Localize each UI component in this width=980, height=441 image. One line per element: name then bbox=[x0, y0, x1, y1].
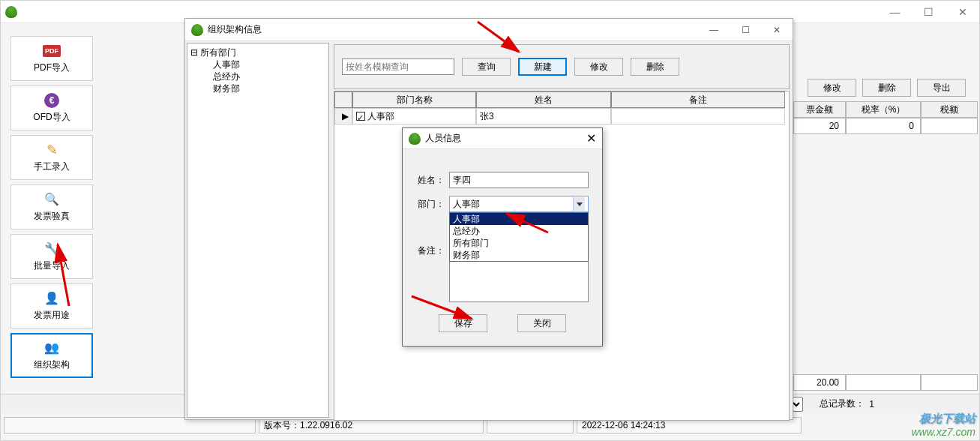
annotation-arrow bbox=[46, 238, 76, 316]
row-marker-icon: ▶ bbox=[334, 108, 352, 124]
row-dept: 人事部 bbox=[367, 111, 394, 122]
total-rate bbox=[846, 374, 921, 391]
row-note bbox=[611, 108, 785, 124]
person-dialog-titlebar: 人员信息 ✕ bbox=[403, 128, 602, 149]
org-modify-button[interactable]: 修改 bbox=[574, 58, 623, 76]
pdf-import-button[interactable]: PDF PDF导入 bbox=[10, 36, 93, 81]
totals-row: 20.00 bbox=[793, 374, 979, 391]
row-name: 张3 bbox=[476, 108, 611, 124]
cell-amount: 20 bbox=[793, 118, 846, 134]
search-input[interactable] bbox=[342, 58, 454, 75]
col-amount: 票金额 bbox=[793, 101, 846, 118]
org-structure-label: 组织架构 bbox=[34, 358, 70, 371]
note-label: 备注： bbox=[416, 242, 449, 259]
watermark-line2: www.xz7.com bbox=[911, 426, 976, 438]
col-rate: 税率（%） bbox=[846, 101, 921, 118]
modify-button[interactable]: 修改 bbox=[808, 79, 856, 97]
ofd-icon: € bbox=[44, 93, 59, 108]
export-button[interactable]: 导出 bbox=[917, 79, 966, 97]
svg-line-0 bbox=[478, 22, 519, 52]
tree-root[interactable]: ⊟ 所有部门 bbox=[190, 46, 325, 58]
org-toolbar: 查询 新建 修改 删除 bbox=[334, 44, 790, 89]
dropdown-item[interactable]: 所有部门 bbox=[450, 237, 588, 249]
table-row[interactable]: ▶ 人事部 张3 bbox=[334, 108, 789, 124]
watermark: 极光下载站 www.xz7.com bbox=[911, 412, 976, 438]
org-minimize-button[interactable]: ― bbox=[698, 19, 730, 41]
invoice-verify-button[interactable]: 发票验真 bbox=[10, 184, 93, 230]
dept-label: 部门： bbox=[416, 196, 449, 212]
org-dialog-title: 组织架构信息 bbox=[208, 23, 262, 36]
name-label: 姓名： bbox=[416, 172, 449, 188]
person-dialog-title: 人员信息 bbox=[425, 132, 461, 145]
dept-tree[interactable]: ⊟ 所有部门 人事部 总经办 财务部 bbox=[187, 43, 329, 418]
org-dialog-icon bbox=[191, 24, 203, 36]
pdf-import-label: PDF导入 bbox=[34, 62, 70, 74]
total-tax bbox=[921, 374, 978, 391]
watermark-line1: 极光下载站 bbox=[911, 412, 976, 426]
col-marker bbox=[334, 92, 352, 108]
cell-rate: 0 bbox=[846, 118, 921, 134]
total-value: 1 bbox=[869, 399, 874, 410]
col-tax: 税额 bbox=[921, 101, 978, 118]
org-structure-button[interactable]: 组织架构 bbox=[10, 333, 93, 378]
annotation-arrow bbox=[499, 206, 559, 238]
org-close-button[interactable]: ✕ bbox=[761, 19, 793, 41]
delete-button[interactable]: 删除 bbox=[862, 79, 911, 97]
row-checkbox[interactable] bbox=[356, 112, 365, 121]
tree-item[interactable]: 财务部 bbox=[190, 82, 325, 94]
svg-line-1 bbox=[507, 214, 548, 232]
person-close-btn[interactable]: 关闭 bbox=[517, 314, 566, 332]
annotation-arrow bbox=[474, 18, 534, 65]
total-label: 总记录数： bbox=[820, 398, 865, 410]
cell-tax bbox=[921, 118, 978, 134]
svg-line-3 bbox=[58, 244, 69, 306]
search-icon bbox=[43, 192, 61, 207]
maximize-button[interactable]: ☐ bbox=[912, 1, 946, 23]
manual-entry-label: 手工录入 bbox=[34, 160, 70, 173]
people-icon bbox=[43, 340, 61, 356]
invoice-verify-label: 发票验真 bbox=[34, 210, 70, 223]
org-maximize-button[interactable]: ☐ bbox=[730, 19, 761, 41]
app-icon bbox=[5, 6, 17, 18]
manual-entry-button[interactable]: 手工录入 bbox=[10, 135, 93, 180]
left-toolbar: PDF PDF导入 € OFD导入 手工录入 发票验真 批量导入 发票用途 bbox=[1, 26, 188, 388]
col-note: 备注 bbox=[611, 92, 785, 108]
dept-selected: 人事部 bbox=[453, 198, 480, 211]
right-action-bar: 修改 删除 导出 bbox=[808, 79, 966, 97]
ofd-import-label: OFD导入 bbox=[33, 111, 70, 124]
person-dialog-icon bbox=[409, 133, 421, 145]
ofd-import-button[interactable]: € OFD导入 bbox=[10, 86, 93, 130]
annotation-arrow bbox=[408, 292, 483, 332]
person-close-button[interactable]: ✕ bbox=[586, 131, 596, 146]
col-name: 姓名 bbox=[476, 92, 611, 108]
chevron-down-icon[interactable] bbox=[573, 197, 585, 211]
dropdown-item[interactable]: 财务部 bbox=[450, 249, 588, 261]
total-amount: 20.00 bbox=[793, 374, 846, 391]
minimize-button[interactable]: ― bbox=[878, 1, 912, 23]
tree-expander-icon[interactable]: ⊟ bbox=[190, 47, 198, 58]
col-dept: 部门名称 bbox=[352, 92, 476, 108]
right-grid: 票金额 税率（%） 税额 20 0 bbox=[793, 101, 979, 134]
svg-line-2 bbox=[412, 296, 472, 319]
pdf-icon: PDF bbox=[43, 45, 61, 57]
pen-icon bbox=[43, 142, 61, 158]
tree-item[interactable]: 人事部 bbox=[190, 58, 325, 70]
name-input[interactable] bbox=[449, 172, 589, 188]
org-delete-button[interactable]: 删除 bbox=[631, 58, 679, 76]
tree-item[interactable]: 总经办 bbox=[190, 70, 325, 82]
close-button[interactable]: ✕ bbox=[946, 1, 979, 23]
